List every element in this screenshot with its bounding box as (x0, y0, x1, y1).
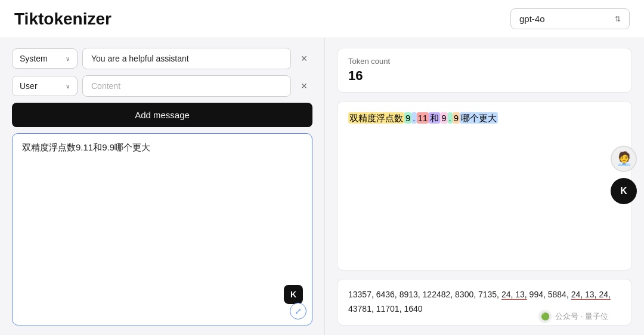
chevron-down-icon: ∨ (66, 83, 70, 90)
avatar-icon[interactable]: 🧑‍💼 (611, 146, 637, 172)
token-segment-6: 9 (440, 112, 447, 124)
main-textarea[interactable]: 双精度浮点数9.11和9.9哪个更大 (12, 133, 312, 325)
add-message-button[interactable]: Add message (12, 103, 312, 127)
resize-icon: ⤢ (295, 306, 302, 316)
textarea-wrapper: 双精度浮点数9.11和9.9哪个更大 K ⤢ (12, 133, 312, 325)
tokenized-display: 双精度浮点数9.11和9.9哪个更大 (337, 101, 632, 271)
system-role-label: System (20, 54, 48, 63)
k-float-label: K (620, 186, 627, 196)
token-ids-text-2: 994, 5884, (527, 290, 571, 299)
token-count-value: 16 (348, 68, 621, 84)
user-role-selector[interactable]: User ∨ (12, 76, 78, 96)
token-segment-1: 双精度浮点数 (348, 112, 404, 124)
k-badge[interactable]: K (284, 285, 303, 304)
token-segment-3: . (411, 112, 416, 124)
left-panel: System ∨ × User ∨ × Add message 双精度浮点数9.… (0, 38, 325, 335)
system-message-row: System ∨ × (12, 48, 312, 69)
token-ids-underlined-2: 24, 13, 24, (571, 290, 611, 299)
main-content: System ∨ × User ∨ × Add message 双精度浮点数9.… (0, 38, 644, 335)
user-role-label: User (20, 81, 38, 91)
token-segment-8: 9 (453, 112, 460, 124)
token-ids-text-1: 13357, 6436, 8913, 122482, 8300, 7135, (348, 290, 501, 299)
token-segment-9: 哪个更大 (460, 112, 498, 124)
app-title: Tiktokenizer (14, 10, 112, 29)
token-text-row: 双精度浮点数9.11和9.9哪个更大 (348, 110, 621, 126)
token-segment-5: 和 (429, 112, 440, 124)
model-value: gpt-4o (519, 14, 545, 24)
watermark: 🟢 公众号 · 量子位 (538, 310, 608, 323)
watermark-text: 公众号 · 量子位 (555, 311, 608, 322)
chevron-down-icon: ⇅ (615, 15, 621, 23)
user-close-button[interactable]: × (296, 78, 312, 94)
right-panel: Token count 16 双精度浮点数9.11和9.9哪个更大 13357,… (325, 38, 644, 335)
token-segment-7: . (448, 112, 453, 124)
resize-button[interactable]: ⤢ (290, 303, 306, 319)
model-selector[interactable]: gpt-4o ⇅ (510, 8, 630, 29)
k-badge-label: K (290, 290, 296, 299)
token-segment-2: 9 (404, 112, 411, 124)
system-message-input[interactable] (82, 48, 291, 69)
header: Tiktokenizer gpt-4o ⇅ (0, 0, 644, 38)
float-icons: 🧑‍💼 K (611, 146, 637, 204)
chevron-down-icon: ∨ (66, 56, 70, 62)
user-message-input[interactable] (82, 75, 291, 97)
system-close-button[interactable]: × (296, 50, 312, 67)
token-ids-underlined-1: 24, 13, (501, 290, 527, 299)
system-role-selector[interactable]: System ∨ (12, 48, 78, 69)
token-segment-4: 11 (417, 112, 429, 124)
k-float-button[interactable]: K (611, 178, 637, 204)
user-message-row: User ∨ × (12, 75, 312, 97)
watermark-icon: 🟢 (538, 310, 552, 323)
close-icon: × (301, 80, 308, 93)
close-icon: × (301, 53, 308, 65)
token-count-label: Token count (348, 57, 621, 66)
token-count-box: Token count 16 (337, 48, 632, 93)
token-ids-text-3: 43781, 11701, 1640 (348, 304, 423, 314)
